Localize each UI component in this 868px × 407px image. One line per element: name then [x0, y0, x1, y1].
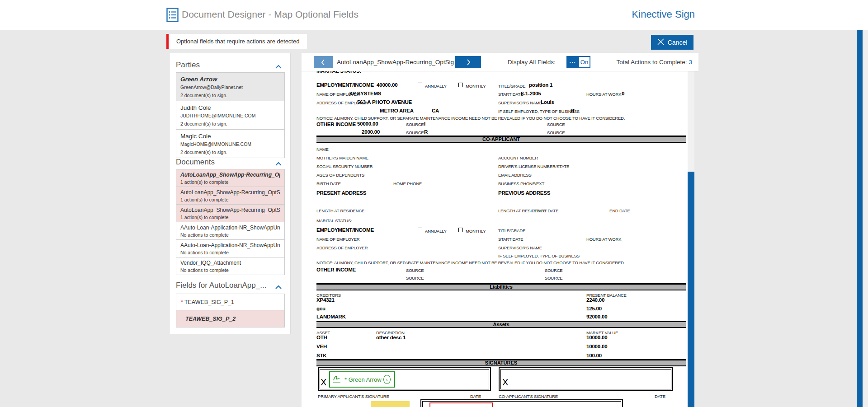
document-row[interactable]: AutoLoanApp_ShowApp-Recurring_OptSig 1 a… [176, 187, 284, 205]
document-name: AutoLoanApp_ShowApp-Recurring_OptSig [180, 207, 280, 213]
field-row[interactable]: *TEAWEB_SIG_P_1 [176, 294, 284, 310]
asset-description: other desc 1 [376, 335, 406, 340]
form-notice: NOTICE: ALIMONY, CHILD SUPPORT, OR SEPAR… [316, 116, 625, 121]
form-value: position 1 [529, 82, 552, 88]
form-notice: NOTICE: ALIMONY, CHILD SUPPORT, OR SEPAR… [316, 260, 625, 265]
document-status: 1 action(s) to complete [180, 179, 280, 185]
optional-fields-alert: Optional fields that require actions are… [166, 34, 307, 49]
party-status: 2 document(s) to sign. [180, 93, 280, 98]
signature-caption: CO-APPLICANT'S SIGNATURE [499, 394, 558, 399]
display-fields-toggle[interactable]: On [578, 56, 590, 68]
form-label: PREVIOUS ADDRESS [498, 190, 550, 196]
document-row[interactable]: AutoLoanApp_ShowApp-Recurring_OptSig 1 a… [176, 169, 284, 187]
party-row[interactable]: Magic Cole MagicHOME@IMMONLINE.COM 2 doc… [176, 130, 284, 158]
form-value: METRO AREA [380, 108, 414, 113]
party-status: 2 document(s) to sign. [180, 121, 280, 126]
form-label: PRESENT ADDRESS [316, 190, 366, 196]
form-label: SOURCE [547, 130, 565, 135]
total-actions-label: Total Actions to Complete: [616, 59, 687, 65]
form-label: START DATE [498, 237, 523, 242]
highlighted-field-yellow[interactable] [371, 401, 410, 407]
cancel-button[interactable]: Cancel [651, 35, 693, 50]
document-name: AutoLoanApp_ShowApp-Recurring_OptSig [180, 172, 280, 178]
creditor-balance: 125.00 [586, 306, 602, 311]
form-label: SOURCE [406, 276, 424, 281]
field-label: TEAWEB_SIG_P_2 [185, 316, 236, 322]
document-status: 1 action(s) to complete [180, 197, 280, 202]
field-label: TEAWEB_SIG_P_1 [184, 299, 234, 305]
document-row[interactable]: AAuto-Loan-Application-NR_ShowAppUnc... … [176, 240, 284, 257]
parties-heading: Parties [176, 61, 200, 70]
form-value: 2000.00 [362, 129, 380, 135]
more-options-button[interactable]: ⋯ [566, 56, 578, 68]
asset-type: STK [316, 353, 326, 358]
document-row[interactable]: Vendor_IQQ_Attachment No actions to comp… [176, 257, 284, 275]
form-value: CA [432, 108, 439, 113]
party-name: Magic Cole [180, 133, 280, 140]
form-label: TITLE/GRADE [498, 228, 525, 233]
documents-collapse-chevron-up-icon[interactable] [274, 160, 283, 168]
form-label: SOURCE [545, 276, 562, 281]
signer-name: * Green Arrow [344, 376, 382, 383]
documents-list: AutoLoanApp_ShowApp-Recurring_OptSig 1 a… [176, 169, 285, 275]
document-toolbar: AutoLoanApp_ShowApp-Recurring_OptSig Dis… [302, 53, 698, 71]
form-label: OTHER INCOME [316, 122, 356, 127]
next-document-button[interactable] [455, 56, 481, 68]
creditor-name: XP4321 [316, 297, 335, 303]
chevron-right-icon [465, 59, 472, 66]
form-label: EMPLOYMENT/INCOME [316, 227, 374, 233]
previous-document-button[interactable] [314, 56, 333, 68]
asset-type: VEH [316, 344, 327, 349]
party-name: Judith Cole [180, 104, 280, 111]
signatures-section-header: SIGNATURES [316, 359, 686, 366]
document-status: No actions to complete [180, 267, 280, 273]
alert-message: Optional fields that require actions are… [176, 38, 299, 45]
asset-type: OTH [316, 335, 327, 340]
form-label: TITLE/GRADE [498, 84, 525, 89]
signature-x-mark: X [321, 377, 326, 388]
party-status: 2 document(s) to sign. [180, 150, 280, 155]
signature-scribble-icon [332, 374, 343, 384]
fields-collapse-chevron-up-icon[interactable] [274, 284, 283, 292]
clipped-form-line: MARITAL STATUS: [316, 71, 361, 74]
party-row[interactable]: Judith Cole JUDITHHOME@IMMONLINE.COM 2 d… [176, 101, 284, 130]
creditor-balance: 92000.00 [586, 314, 607, 319]
party-row[interactable]: Green Arrow GreenArrow@DailyPlanet.net 2… [176, 73, 284, 101]
form-value: 40000.00 [377, 82, 397, 88]
form-label: EMPLOYMENT/INCOME [316, 82, 374, 88]
document-row[interactable]: AAuto-Loan-Application-NR_ShowAppUnc... … [176, 222, 284, 240]
annually-checkbox [418, 83, 422, 87]
co-applicant-signature-box-inner [500, 369, 671, 389]
form-label: SOURCE [406, 122, 424, 127]
chevron-left-icon [320, 59, 326, 66]
document-status: No actions to complete [180, 250, 280, 255]
party-name: Green Arrow [180, 76, 280, 83]
asset-value: 10000.00 [586, 344, 607, 349]
total-actions-value: 3 [689, 59, 692, 65]
document-name: AutoLoanApp_ShowApp-Recurring_OptSig [180, 189, 280, 196]
window-scrollbar-thumb[interactable] [857, 30, 863, 407]
parties-collapse-chevron-up-icon[interactable] [274, 63, 283, 71]
document-row[interactable]: AutoLoanApp_ShowApp-Recurring_OptSig 1 a… [176, 205, 284, 222]
form-label: SOURCE [406, 130, 424, 135]
fields-heading: Fields for AutoLoanApp_... [176, 281, 266, 290]
document-name: Vendor_IQQ_Attachment [180, 260, 280, 266]
form-label: BIRTH DATE [316, 181, 341, 186]
form-label: ANNUALLY [425, 84, 447, 89]
parties-list: Green Arrow GreenArrow@DailyPlanet.net 2… [176, 72, 285, 158]
field-row[interactable]: TEAWEB_SIG_P_2 [176, 310, 284, 327]
form-label: ANNUALLY [425, 229, 447, 234]
creditor-name: LANDMARK [316, 314, 346, 319]
required-field-red-outline[interactable] [429, 402, 493, 407]
form-label: MOTHER'S MAIDEN NAME [316, 155, 368, 160]
current-document-name: AutoLoanApp_ShowApp-Recurring_OptSig [337, 53, 454, 71]
document-preview: MARITAL STATUS: EMPLOYMENT/INCOME 40000.… [302, 71, 694, 407]
document-scrollbar-thumb[interactable] [688, 172, 694, 407]
form-value: I [424, 121, 425, 126]
form-label: END DATE [609, 208, 630, 213]
liabilities-section-header: Liabilities [316, 283, 686, 290]
co-applicant-section-header: CO-APPLICANT [316, 136, 686, 143]
form-label: SOURCE [545, 268, 562, 273]
signature-x-mark: X [502, 377, 508, 388]
signature-field-green-arrow[interactable]: * Green Arrow ‹ [329, 371, 395, 388]
